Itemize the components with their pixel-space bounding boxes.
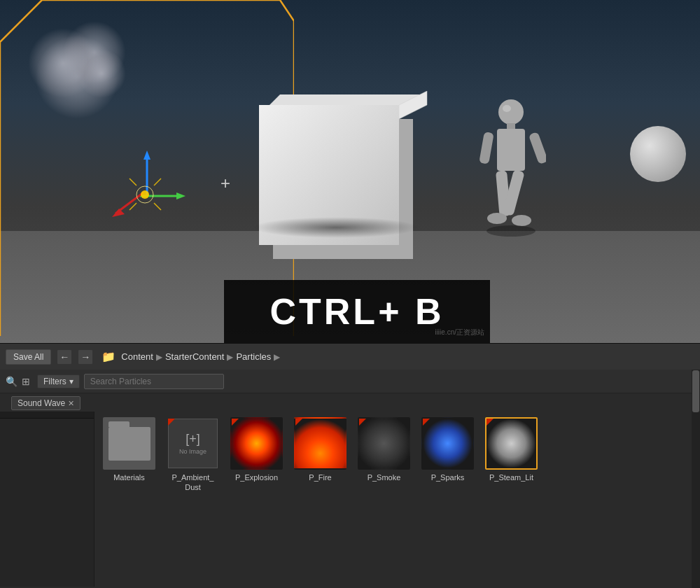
steam-lit-label: P_Steam_Lit xyxy=(489,472,533,482)
svg-marker-3 xyxy=(176,192,186,200)
red-corner-indicator xyxy=(359,419,366,426)
badge-close-button[interactable]: ✕ xyxy=(68,399,74,408)
sparks-thumb xyxy=(421,417,474,470)
breadcrumb-startercontent[interactable]: StarterContent xyxy=(165,351,225,362)
red-corner-indicator xyxy=(232,419,239,426)
sphere-right xyxy=(630,126,686,182)
svg-point-20 xyxy=(487,213,507,224)
explosion-thumb xyxy=(230,417,283,470)
folder-icon-large xyxy=(108,427,150,461)
fire-thumb xyxy=(294,417,346,470)
red-corner-indicator xyxy=(486,419,493,426)
asset-fire[interactable]: P_Fire xyxy=(294,417,346,482)
nav-back-button[interactable]: ← xyxy=(57,349,72,365)
svg-marker-12 xyxy=(399,91,427,119)
robot-figure xyxy=(476,98,546,252)
watermark: iiiie.cn/正资源站 xyxy=(435,328,484,337)
svg-marker-5 xyxy=(112,209,125,217)
save-all-button[interactable]: Save All xyxy=(6,349,51,365)
svg-rect-16 xyxy=(479,132,494,164)
ctrl-b-text: CTRL+ B xyxy=(270,290,444,332)
svg-line-9 xyxy=(154,178,161,186)
filters-button[interactable]: Filters ▾ xyxy=(37,374,80,388)
red-corner-indicator xyxy=(423,419,430,426)
left-sidebar xyxy=(0,412,94,587)
assets-area: Materials [+] No Image P_Ambient_Dust xyxy=(0,412,700,587)
materials-label: Materials xyxy=(113,472,145,482)
sound-wave-label: Sound Wave xyxy=(18,398,65,408)
asset-ambient-dust[interactable]: [+] No Image P_Ambient_Dust xyxy=(167,417,219,493)
asset-smoke[interactable]: P_Smoke xyxy=(358,417,410,482)
svg-rect-17 xyxy=(528,132,546,164)
svg-point-7 xyxy=(141,190,149,199)
breadcrumb: Content ▶ StarterContent ▶ Particles ▶ xyxy=(121,351,280,362)
red-corner-indicator xyxy=(295,419,302,426)
filters-label: Filters xyxy=(43,377,66,386)
svg-rect-15 xyxy=(497,129,525,171)
svg-point-21 xyxy=(512,215,531,226)
explosion-label: P_Explosion xyxy=(235,472,278,482)
nav-forward-button[interactable]: → xyxy=(78,349,93,365)
steam-lit-thumb xyxy=(485,417,538,470)
breadcrumb-content[interactable]: Content xyxy=(121,351,153,362)
gizmo-svg xyxy=(105,147,189,231)
search-icon-button[interactable]: 🔍 xyxy=(6,376,18,387)
svg-point-13 xyxy=(498,99,524,125)
materials-thumb xyxy=(103,417,155,470)
asset-steam-lit[interactable]: P_Steam_Lit xyxy=(485,417,538,482)
smoke-effect xyxy=(21,21,161,161)
crosshair: + xyxy=(220,174,230,193)
breadcrumb-particles[interactable]: Particles xyxy=(236,351,271,362)
svg-line-11 xyxy=(130,203,136,210)
fire-label: P_Fire xyxy=(309,472,331,482)
transform-gizmo[interactable] xyxy=(105,147,189,231)
grid-icon-button[interactable]: ⊞ xyxy=(22,376,30,387)
chevron-down-icon: ▾ xyxy=(69,377,74,386)
asset-sparks[interactable]: P_Sparks xyxy=(421,417,474,482)
sparks-label: P_Sparks xyxy=(431,472,465,482)
content-bar: 🔍 ⊞ Filters ▾ xyxy=(0,370,700,393)
smoke-label: P_Smoke xyxy=(368,472,401,482)
red-corner-indicator xyxy=(168,419,175,426)
scrollbar-track[interactable] xyxy=(692,412,700,587)
svg-point-22 xyxy=(503,105,511,112)
svg-line-10 xyxy=(154,203,161,210)
asset-materials[interactable]: Materials xyxy=(103,417,155,482)
svg-rect-14 xyxy=(507,123,515,129)
svg-line-8 xyxy=(130,178,136,186)
asset-explosion[interactable]: P_Explosion xyxy=(230,417,283,482)
folder-icon: 📁 xyxy=(102,350,115,363)
content-grid: Materials [+] No Image P_Ambient_Dust xyxy=(94,412,700,587)
svg-point-23 xyxy=(486,225,536,237)
ambient-dust-thumb: [+] No Image xyxy=(167,417,219,470)
bottom-panel: Save All ← → 📁 Content ▶ StarterContent … xyxy=(0,343,700,588)
bottom-topbar: Save All ← → 📁 Content ▶ StarterContent … xyxy=(0,343,700,370)
scrollbar-thumb[interactable] xyxy=(692,412,699,412)
smoke-thumb xyxy=(358,417,410,470)
robot-svg xyxy=(476,98,546,252)
viewport: + xyxy=(0,0,700,343)
search-input[interactable] xyxy=(84,374,224,389)
svg-marker-1 xyxy=(144,150,150,160)
no-image: [+] No Image xyxy=(168,419,218,468)
cube-shadow xyxy=(252,217,420,238)
sound-wave-badge: Sound Wave ✕ xyxy=(11,396,80,410)
ambient-dust-label: P_Ambient_Dust xyxy=(172,472,214,493)
sound-wave-filter-row: Sound Wave ✕ xyxy=(0,393,700,412)
ctrl-b-overlay: CTRL+ B iiiie.cn/正资源站 xyxy=(224,280,490,343)
